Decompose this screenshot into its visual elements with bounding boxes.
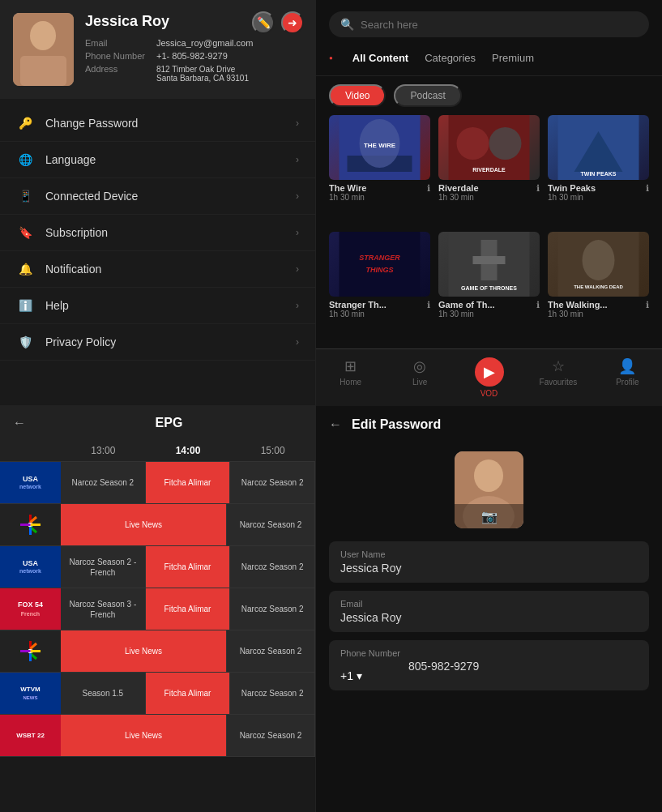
epg-slots: Live News Narcoz Season 2 xyxy=(61,630,315,672)
epg-slot-live[interactable]: Live News xyxy=(61,715,227,756)
content-card-walking-dead[interactable]: THE WALKING DEAD The Walking... 1h 30 mi… xyxy=(548,232,649,340)
epg-slot[interactable]: Season 1.5 xyxy=(61,673,146,714)
chevron-right-icon: › xyxy=(296,118,299,129)
epg-content: USAnetwork Narcoz Season 2 Fitcha Alimar… xyxy=(0,462,315,812)
epg-slot[interactable]: Narcoz Season 2 xyxy=(230,546,315,588)
timeline-spacer xyxy=(0,440,61,461)
username-field[interactable]: User Name Jessica Roy xyxy=(329,541,649,583)
info-icon[interactable]: ℹ xyxy=(646,183,649,194)
info-icon[interactable]: ℹ xyxy=(646,300,649,310)
edit-profile-avatar[interactable]: 📷 xyxy=(455,451,523,528)
epg-slot[interactable]: Narcoz Season 2 xyxy=(230,588,315,630)
epg-panel: ← EPG 13:00 14:00 15:00 USAnetwork Narco… xyxy=(0,406,316,812)
epg-slots: Live News Narcoz Season 2 xyxy=(61,504,315,545)
epg-slot[interactable]: Narcoz Season 2 xyxy=(230,673,315,714)
nbc-peacock-icon-2 xyxy=(16,637,45,665)
back-button[interactable]: ← xyxy=(13,416,26,430)
nav-favourites[interactable]: ☆ Favourites xyxy=(523,354,592,401)
epg-slot-current[interactable]: Fitcha Alimar xyxy=(146,673,231,714)
settings-item-subscription[interactable]: 🔖 Subscription › xyxy=(0,215,315,251)
settings-item-connected-device[interactable]: 📱 Connected Device › xyxy=(0,178,315,215)
content-title: Riverdale xyxy=(438,183,479,193)
epg-row-wsbt: WSBT 22 Live News Narcoz Season 2 xyxy=(0,715,315,757)
settings-item-privacy-policy[interactable]: 🛡️ Privacy Policy › xyxy=(0,324,315,361)
info-icon[interactable]: ℹ xyxy=(536,183,540,194)
svg-point-9 xyxy=(457,127,489,160)
username-label: User Name xyxy=(340,549,638,559)
email-value: Jessica_roy@gmail.com xyxy=(156,38,253,48)
content-thumbnail: THE WIRE xyxy=(329,115,430,180)
epg-slot[interactable]: Narcoz Season 2 xyxy=(227,504,315,545)
epg-slot[interactable]: Narcoz Season 2 xyxy=(230,462,315,503)
chevron-right-icon: › xyxy=(296,336,299,348)
svg-point-10 xyxy=(489,127,522,160)
settings-item-help[interactable]: ℹ️ Help › xyxy=(0,288,315,324)
search-bar[interactable]: 🔍 xyxy=(329,11,649,37)
info-icon[interactable]: ℹ xyxy=(536,300,540,310)
epg-slot[interactable]: Narcoz Season 2 xyxy=(61,462,146,503)
content-card-twin-peaks[interactable]: TWIN PEAKS Twin Peaks 1h 30 min ℹ xyxy=(548,115,649,224)
svg-text:THE WIRE: THE WIRE xyxy=(364,142,396,149)
info-icon[interactable]: ℹ xyxy=(427,300,430,310)
nav-live[interactable]: ◎ Live xyxy=(385,354,454,401)
content-info: Game of Th... 1h 30 min ℹ xyxy=(438,300,540,318)
country-code-selector[interactable]: +1 ▾ xyxy=(340,669,400,682)
svg-text:THE WALKING DEAD: THE WALKING DEAD xyxy=(574,284,623,289)
epg-slot-live[interactable]: Live News xyxy=(61,630,227,672)
epg-slot[interactable]: Narcoz Season 2 - French xyxy=(61,546,146,588)
epg-slot-current[interactable]: Fitcha Alimar xyxy=(146,546,231,588)
settings-label: Privacy Policy xyxy=(45,335,296,348)
svg-text:GAME OF THRONES: GAME OF THRONES xyxy=(461,285,517,291)
info-icon[interactable]: ℹ xyxy=(427,183,430,194)
back-button-ep[interactable]: ← xyxy=(329,417,342,432)
tab-all-content[interactable]: All Content xyxy=(352,49,408,67)
chevron-right-icon: › xyxy=(296,263,299,275)
settings-item-notification[interactable]: 🔔 Notification › xyxy=(0,251,315,288)
chevron-right-icon: › xyxy=(296,190,299,202)
epg-row-nbc1: Live News Narcoz Season 2 xyxy=(0,504,315,546)
epg-slot-live[interactable]: Live News xyxy=(61,504,227,545)
camera-overlay[interactable]: 📷 xyxy=(455,504,523,528)
epg-slot[interactable]: Narcoz Season 2 xyxy=(227,715,315,756)
nav-home[interactable]: ⊞ Home xyxy=(316,354,385,401)
profile-header: Jessica Roy Email Jessica_roy@gmail.com … xyxy=(0,0,315,99)
epg-slot[interactable]: Narcoz Season 2 xyxy=(227,630,315,672)
content-tabs: ● All Content Categories Premium xyxy=(316,49,662,76)
email-label-ep: Email xyxy=(340,599,638,609)
settings-item-language[interactable]: 🌐 Language › xyxy=(0,142,315,178)
avatar-image xyxy=(13,13,74,86)
timeline-slot-14: 14:00 xyxy=(146,440,231,461)
phone-field[interactable]: Phone Number +1 ▾ 805-982-9279 xyxy=(329,640,649,690)
nav-vod[interactable]: ▶ VOD xyxy=(455,354,523,401)
edit-profile-button[interactable]: ✏️ xyxy=(252,11,275,34)
content-grid: THE WIRE The Wire 1h 30 min ℹ xyxy=(316,115,662,348)
device-icon: 📱 xyxy=(16,190,34,203)
content-card-game-of-thrones[interactable]: GAME OF THRONES Game of Th... 1h 30 min … xyxy=(438,232,540,340)
nav-profile[interactable]: 👤 Profile xyxy=(593,354,662,401)
epg-slot-current[interactable]: Fitcha Alimar xyxy=(146,462,231,503)
svg-point-1 xyxy=(30,21,56,50)
logout-button[interactable]: ➜ xyxy=(281,11,304,34)
email-field-ep[interactable]: Email Jessica Roy xyxy=(329,591,649,632)
vod-active-button[interactable]: ▶ xyxy=(475,357,504,387)
content-duration: 1h 30 min xyxy=(329,310,387,318)
settings-item-change-password[interactable]: 🔑 Change Password › xyxy=(0,105,315,142)
content-card-the-wire[interactable]: THE WIRE The Wire 1h 30 min ℹ xyxy=(329,115,430,224)
tab-categories[interactable]: Categories xyxy=(425,49,476,67)
content-card-riverdale[interactable]: RIVERDALE Riverdale 1h 30 min ℹ xyxy=(438,115,540,224)
epg-slot[interactable]: Narcoz Season 3 - French xyxy=(61,588,146,630)
username-value: Jessica Roy xyxy=(340,562,638,575)
tab-premium[interactable]: Premium xyxy=(492,49,534,67)
email-label: Email xyxy=(85,38,150,48)
email-detail: Email Jessica_roy@gmail.com xyxy=(85,38,302,48)
channel-logo-fox: FOX 54French xyxy=(0,588,61,630)
video-tab-button[interactable]: Video xyxy=(329,84,386,107)
content-card-stranger-things[interactable]: STRANGER THINGS Stranger Th... 1h 30 min… xyxy=(329,232,430,340)
epg-slot-current[interactable]: Fitcha Alimar xyxy=(146,588,231,630)
podcast-tab-button[interactable]: Podcast xyxy=(394,84,461,107)
search-input[interactable] xyxy=(361,19,638,31)
settings-label: Notification xyxy=(45,263,296,276)
nav-label: Favourites xyxy=(540,378,578,387)
content-title: The Wire xyxy=(329,183,366,193)
nbc-peacock-icon xyxy=(16,511,45,539)
